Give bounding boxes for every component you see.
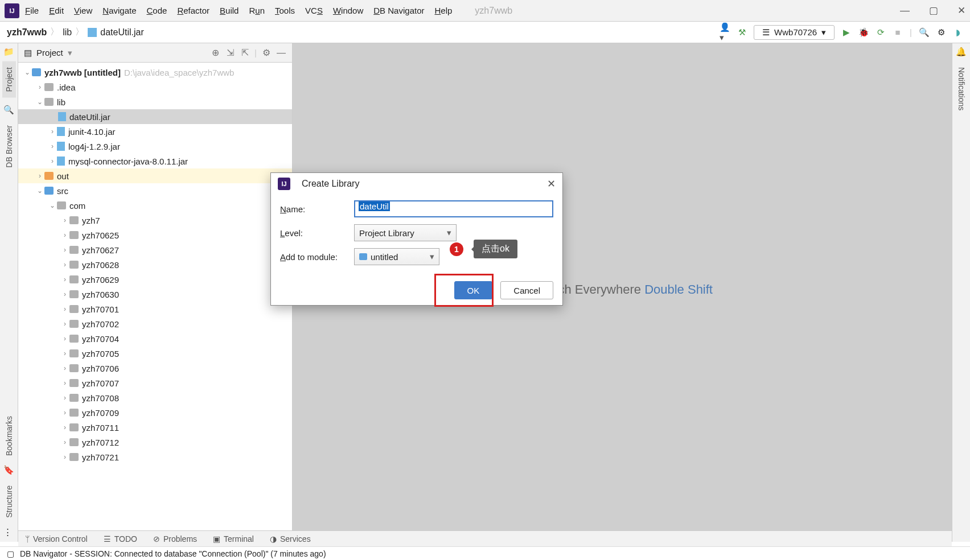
left-tab-structure[interactable]: Structure xyxy=(2,480,16,524)
bt-services[interactable]: ◑Services xyxy=(270,534,311,543)
menu-navigate[interactable]: Navigate xyxy=(102,6,136,15)
chevron-right-icon[interactable]: › xyxy=(48,157,57,165)
hide-icon[interactable]: — xyxy=(276,48,286,58)
chevron-right-icon[interactable]: › xyxy=(60,246,69,254)
tree-com[interactable]: ⌄ com xyxy=(18,198,292,213)
chevron-right-icon[interactable]: › xyxy=(60,305,69,313)
run-config-select[interactable]: ☰ Wwb70726 ▾ xyxy=(754,25,835,40)
locate-icon[interactable]: ⊕ xyxy=(210,48,220,58)
left-tab-project[interactable]: Project xyxy=(2,61,16,98)
tree-src[interactable]: ⌄ src xyxy=(18,183,292,198)
build-hammer-icon[interactable]: ⚒ xyxy=(737,27,747,38)
tree-package[interactable]: ›yzh70627 xyxy=(18,242,292,257)
chevron-right-icon[interactable]: › xyxy=(60,409,69,417)
cancel-button[interactable]: Cancel xyxy=(500,281,553,299)
close-icon[interactable]: ✕ xyxy=(957,5,965,17)
left-tab-dbbrowser[interactable]: DB Browser xyxy=(2,120,16,174)
expand-all-icon[interactable]: ⇲ xyxy=(225,48,235,58)
tree-package[interactable]: ›yzh70721 xyxy=(18,450,292,464)
tree-package[interactable]: ›yzh70702 xyxy=(18,316,292,331)
project-tab-icon[interactable]: 📁 xyxy=(3,47,15,58)
menu-view[interactable]: View xyxy=(74,6,92,15)
chevron-right-icon[interactable]: › xyxy=(35,172,44,180)
menu-build[interactable]: Build xyxy=(220,6,239,15)
chevron-right-icon[interactable]: › xyxy=(60,261,69,269)
menu-run[interactable]: Run xyxy=(249,6,265,15)
chevron-right-icon[interactable]: › xyxy=(60,216,69,224)
stop-icon[interactable]: ■ xyxy=(893,27,903,38)
tree-idea[interactable]: › .idea xyxy=(18,80,292,94)
settings-icon[interactable]: ⚙ xyxy=(936,27,946,38)
chevron-right-icon[interactable]: › xyxy=(35,83,44,91)
tree-package[interactable]: ›yzh70708 xyxy=(18,390,292,405)
chevron-right-icon[interactable]: › xyxy=(60,438,69,446)
bookmark-icon[interactable]: 🔖 xyxy=(3,465,15,476)
menu-vcs[interactable]: VCS xyxy=(305,6,323,15)
chevron-right-icon[interactable]: › xyxy=(60,394,69,402)
menu-window[interactable]: Window xyxy=(333,6,363,15)
bt-todo[interactable]: ☰TODO xyxy=(104,534,137,543)
run-icon[interactable]: ▶ xyxy=(841,27,852,38)
tree-package[interactable]: ›yzh70701 xyxy=(18,302,292,316)
chevron-right-icon[interactable]: › xyxy=(60,275,69,283)
project-tree[interactable]: ⌄ yzh7wwb [untitled] D:\java\idea_space\… xyxy=(18,63,292,536)
bt-version-control[interactable]: ᛘVersion Control xyxy=(25,534,88,543)
chevron-down-icon[interactable]: ⌄ xyxy=(23,68,32,76)
project-title[interactable]: Project xyxy=(36,48,63,57)
tree-out[interactable]: › out xyxy=(18,168,292,183)
chevron-down-icon[interactable]: ⌄ xyxy=(35,98,44,106)
right-tab-notifications[interactable]: Notifications xyxy=(955,61,968,116)
tree-package[interactable]: ›yzh70628 xyxy=(18,257,292,272)
menu-tools[interactable]: Tools xyxy=(275,6,295,15)
tree-root[interactable]: ⌄ yzh7wwb [untitled] D:\java\idea_space\… xyxy=(18,65,292,80)
chevron-down-icon[interactable]: ⌄ xyxy=(35,187,44,195)
left-tab-bookmarks[interactable]: Bookmarks xyxy=(2,410,16,462)
breadcrumb-leaf[interactable]: dateUtil.jar xyxy=(100,27,143,38)
maximize-icon[interactable]: ▢ xyxy=(929,5,938,17)
name-input[interactable]: dateUtil xyxy=(354,200,553,217)
chevron-right-icon[interactable]: › xyxy=(60,453,69,461)
tree-jar-junit[interactable]: › junit-4.10.jar xyxy=(18,124,292,139)
debug-icon[interactable]: 🐞 xyxy=(858,27,869,38)
chevron-right-icon[interactable]: › xyxy=(60,231,69,239)
status-icon[interactable]: ▢ xyxy=(7,549,14,558)
chevron-down-icon[interactable]: ⌄ xyxy=(48,201,57,209)
bt-terminal[interactable]: ▣Terminal xyxy=(213,534,254,543)
chevron-right-icon[interactable]: › xyxy=(60,335,69,343)
tree-package[interactable]: ›yzh70709 xyxy=(18,405,292,420)
bell-icon[interactable]: 🔔 xyxy=(956,47,967,58)
bt-problems[interactable]: ⊘Problems xyxy=(153,534,197,543)
breadcrumb-root[interactable]: yzh7wwb xyxy=(7,27,47,38)
tree-package[interactable]: ›yzh7 xyxy=(18,213,292,228)
tree-lib[interactable]: ⌄ lib xyxy=(18,94,292,109)
chevron-right-icon[interactable]: › xyxy=(60,423,69,431)
chevron-right-icon[interactable]: › xyxy=(60,320,69,328)
minimize-icon[interactable]: — xyxy=(900,5,910,17)
plugin-icon[interactable]: ◗ xyxy=(953,27,963,38)
tree-package[interactable]: ›yzh70625 xyxy=(18,228,292,242)
tree-package[interactable]: ›yzh70629 xyxy=(18,272,292,287)
menu-refactor[interactable]: Refactor xyxy=(177,6,209,15)
chevron-right-icon[interactable]: › xyxy=(48,127,57,135)
tree-package[interactable]: ›yzh70706 xyxy=(18,361,292,376)
chevron-right-icon[interactable]: › xyxy=(60,379,69,387)
menu-edit[interactable]: Edit xyxy=(49,6,64,15)
breadcrumb-lib[interactable]: lib xyxy=(63,27,72,38)
tree-jar-mysql[interactable]: › mysql-connector-java-8.0.11.jar xyxy=(18,154,292,168)
tree-package[interactable]: ›yzh70711 xyxy=(18,420,292,435)
search-icon[interactable]: 🔍 xyxy=(919,27,929,38)
chevron-down-icon[interactable]: ▾ xyxy=(68,48,72,58)
ok-button[interactable]: OK xyxy=(454,281,493,299)
tree-package[interactable]: ›yzh70704 xyxy=(18,331,292,346)
close-icon[interactable]: ✕ xyxy=(547,178,556,190)
chevron-right-icon[interactable]: › xyxy=(48,142,57,150)
tree-jar-dateutil[interactable]: dateUtil.jar xyxy=(18,109,292,124)
tree-package[interactable]: ›yzh70707 xyxy=(18,376,292,390)
chevron-right-icon[interactable]: › xyxy=(60,349,69,357)
user-icon[interactable]: 👤▾ xyxy=(720,27,730,38)
menu-help[interactable]: Help xyxy=(434,6,452,15)
collapse-all-icon[interactable]: ⇱ xyxy=(240,48,250,58)
chevron-right-icon[interactable]: › xyxy=(60,290,69,298)
menu-code[interactable]: Code xyxy=(147,6,167,15)
tree-package[interactable]: ›yzh70705 xyxy=(18,346,292,361)
